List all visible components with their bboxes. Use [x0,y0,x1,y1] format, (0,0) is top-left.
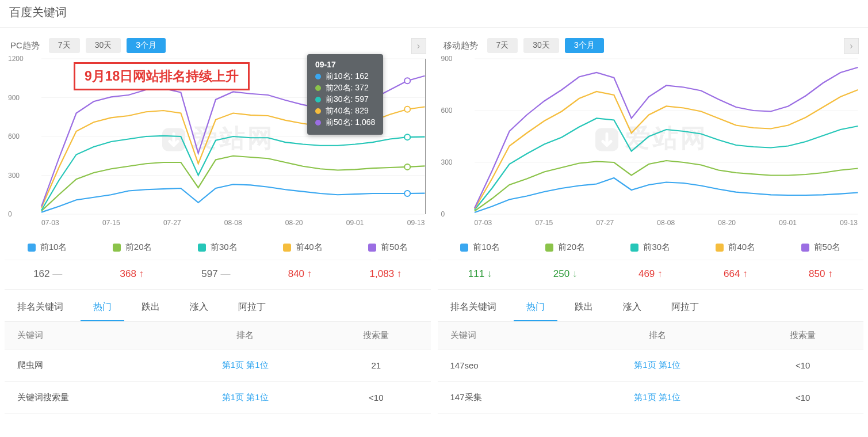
stat-value: 664 [724,268,748,280]
tab-out[interactable]: 跌出 [562,295,606,321]
legend-swatch-icon [460,244,468,252]
pill-3m[interactable]: 3个月 [565,38,604,53]
legend-swatch-icon [368,244,376,252]
mobile-trend-title: 移动趋势 [443,40,478,51]
legend-swatch-icon [113,244,121,252]
legend-label: 前10名 [40,242,67,253]
legend-item[interactable]: 前40名 [716,242,755,253]
pc-panel: PC趋势 7天 30天 3个月 › 爱站网 03006009001200 07-… [5,30,431,414]
x-tick-label: 07-27 [163,219,181,227]
cell-keyword: 关键词搜索量 [5,382,169,414]
legend-item[interactable]: 前20名 [113,242,152,253]
page-title: 百度关键词 [0,0,868,28]
legend: 前10名前20名前30名前40名前50名 [438,228,864,260]
cell-volume: <10 [322,382,430,414]
legend-item[interactable]: 前50名 [368,242,408,253]
stat-value: 597 [201,268,230,280]
pill-7d[interactable]: 7天 [49,38,80,53]
stat-value: 162 [33,268,62,280]
y-tick-label: 600 [8,132,20,140]
tab-aladdin[interactable]: 阿拉丁 [225,295,278,321]
stats-row: 111250469664850 [438,260,864,290]
chevron-right-icon[interactable]: › [411,38,426,54]
cell-keyword: 147采集 [438,382,572,414]
y-tick-label: 0 [441,210,445,218]
stat-value: 1,083 [370,268,402,280]
tab-hot[interactable]: 热门 [514,295,557,321]
hover-line [425,59,426,214]
tab-rank-keywords[interactable]: 排名关键词 [5,295,76,321]
x-tick-label: 09-01 [779,219,797,227]
pc-trend-title: PC趋势 [10,40,40,51]
y-tick-label: 300 [441,158,453,166]
cell-volume: <10 [742,382,863,414]
chart-tooltip: 09-17 前10名: 162前20名: 372前30名: 597前40名: 8… [307,54,383,135]
th-keyword: 关键词 [5,322,169,349]
stat-value: 850 [809,268,833,280]
legend-item[interactable]: 前50名 [801,242,841,253]
x-tick-label: 08-20 [285,219,303,227]
rank-link[interactable]: 第1页 第1位 [634,392,680,402]
table-row: 关键词搜索量 第1页 第1位 <10 [5,382,431,414]
svg-point-9 [404,107,410,112]
th-volume: 搜索量 [322,322,430,349]
tab-in[interactable]: 涨入 [610,295,654,321]
stat-value: 368 [120,268,144,280]
pill-7d[interactable]: 7天 [487,38,518,53]
legend-item[interactable]: 前10名 [460,242,500,253]
svg-point-7 [404,164,410,170]
table-row: 爬虫网 第1页 第1位 21 [5,349,431,382]
th-volume: 搜索量 [742,322,863,349]
chevron-right-icon[interactable]: › [844,38,859,54]
legend-dot-icon [315,74,321,79]
pill-30d[interactable]: 30天 [86,38,121,53]
svg-point-10 [404,78,410,83]
mobile-chart[interactable]: 爱站网 0300600900 07-0307-1507-2708-0808-20… [438,55,864,228]
legend-label: 前50名 [381,242,408,253]
pill-3m[interactable]: 3个月 [127,38,166,53]
th-keyword: 关键词 [438,322,572,349]
legend-label: 前40名 [728,242,755,253]
y-tick-label: 900 [8,94,20,102]
x-tick-label: 09-13 [840,219,858,227]
y-tick-label: 600 [441,107,453,115]
y-tick-label: 900 [441,55,453,63]
tooltip-value: 前20名: 372 [326,83,369,93]
tab-rank-keywords[interactable]: 排名关键词 [438,295,509,321]
tooltip-value: 前50名: 1,068 [326,117,375,128]
y-tick-label: 300 [8,172,20,180]
legend-item[interactable]: 前30名 [198,242,238,253]
x-tick-label: 07-03 [41,219,59,227]
svg-point-8 [404,134,410,140]
rank-link[interactable]: 第1页 第1位 [222,392,269,402]
tab-out[interactable]: 跌出 [129,295,173,321]
rank-link[interactable]: 第1页 第1位 [222,360,269,370]
legend-item[interactable]: 前40名 [283,242,323,253]
tooltip-value: 前40名: 829 [326,106,369,116]
legend-label: 前20名 [558,242,585,253]
rank-link[interactable]: 第1页 第1位 [634,360,680,370]
y-tick-label: 1200 [8,55,24,63]
tab-hot[interactable]: 热门 [81,295,124,321]
pill-30d[interactable]: 30天 [523,38,559,53]
tab-aladdin[interactable]: 阿拉丁 [659,295,712,321]
table-row: 147seo 第1页 第1位 <10 [438,349,864,382]
pc-chart[interactable]: 爱站网 03006009001200 07-0307-1507-2708-080… [5,55,431,228]
x-tick-label: 08-08 [657,219,675,227]
mobile-panel: 移动趋势 7天 30天 3个月 › 爱站网 0300600900 07-0307… [438,30,864,414]
tab-in[interactable]: 涨入 [177,295,221,321]
x-tick-label: 09-13 [407,219,425,227]
legend-swatch-icon [801,244,809,252]
th-rank: 排名 [169,322,322,349]
legend-dot-icon [315,85,321,91]
legend-dot-icon [315,108,321,114]
legend-item[interactable]: 前20名 [545,242,585,253]
legend-item[interactable]: 前10名 [28,242,67,253]
x-tick-label: 08-20 [718,219,736,227]
x-tick-label: 07-03 [475,219,492,227]
table-row: 147采集 第1页 第1位 <10 [438,382,864,414]
stat-value: 111 [468,268,492,280]
x-tick-label: 07-15 [102,219,120,227]
legend-item[interactable]: 前30名 [630,242,670,253]
cell-volume: <10 [742,349,863,382]
